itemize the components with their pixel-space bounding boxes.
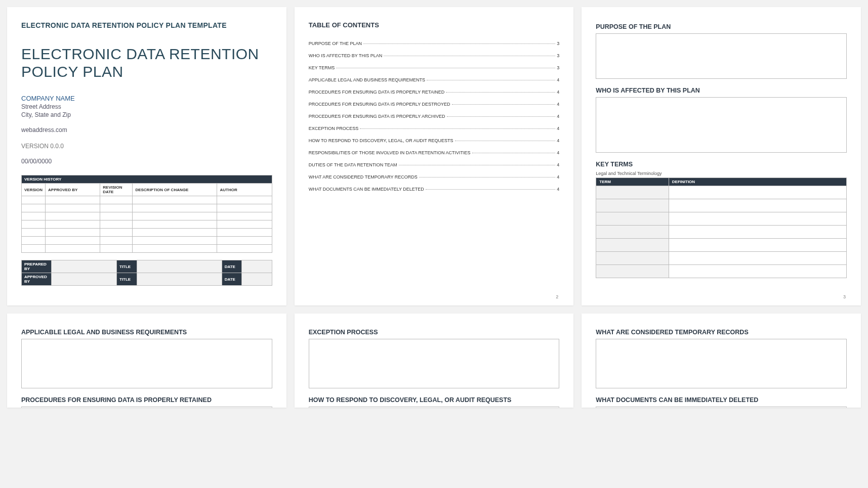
vh-row (22, 212, 272, 220)
toc-page: 4 (557, 77, 559, 82)
toc-label: PURPOSE OF THE PLAN (309, 41, 362, 46)
street-address: Street Address (21, 103, 272, 110)
date-line: 00/00/0000 (21, 158, 272, 165)
toc-item: PROCEDURES FOR ENSURING DATA IS PROPERLY… (309, 102, 560, 107)
box-discovery (309, 407, 560, 408)
heading-key-terms: KEY TERMS (596, 161, 847, 168)
signature-table: PREPARED BY TITLE DATE APPROVED BY TITLE… (21, 260, 272, 286)
page-6: WHAT ARE CONSIDERED TEMPORARY RECORDS WH… (582, 314, 861, 408)
page-number: 2 (556, 294, 558, 299)
toc-page: 3 (557, 53, 559, 58)
sig-title-val-1 (137, 260, 222, 273)
city-line: City, State and Zip (21, 111, 272, 118)
vh-row (22, 245, 272, 253)
terms-row (596, 226, 847, 239)
toc-label: KEY TERMS (309, 65, 335, 70)
toc-list: PURPOSE OF THE PLAN3WHO IS AFFECTED BY T… (309, 41, 560, 192)
sig-date-label-1: DATE (222, 260, 242, 273)
box-temporary (596, 339, 847, 388)
toc-heading: TABLE OF CONTENTS (309, 21, 560, 29)
toc-item: DUTIES OF THE DATA RETENTION TEAM4 (309, 162, 560, 167)
sig-prepared-val (52, 260, 117, 273)
main-title: ELECTRONIC DATA RETENTION POLICY PLAN (21, 46, 272, 80)
heading-exception: EXCEPTION PROCESS (309, 329, 560, 336)
vh-row (22, 229, 272, 237)
toc-item: PROCEDURES FOR ENSURING DATA IS PROPERLY… (309, 90, 560, 95)
toc-item: WHAT ARE CONSIDERED TEMPORARY RECORDS4 (309, 174, 560, 180)
toc-item: PURPOSE OF THE PLAN3 (309, 41, 560, 46)
terms-col-term: TERM (596, 178, 669, 186)
toc-label: EXCEPTION PROCESS (309, 126, 359, 131)
web-address: webaddress.com (21, 126, 272, 134)
heading-legal-req: APPLICABLE LEGAL AND BUSINESS REQUIREMEN… (21, 329, 272, 336)
toc-dots (446, 92, 555, 93)
terms-row (596, 252, 847, 265)
terms-row (596, 212, 847, 226)
sig-date-label-2: DATE (222, 273, 242, 286)
key-terms-subcaption: Legal and Technical Terminology (596, 171, 847, 176)
toc-label: APPLICABLE LEGAL AND BUSINESS REQUIREMEN… (309, 77, 425, 82)
toc-label: WHAT ARE CONSIDERED TEMPORARY RECORDS (309, 174, 418, 180)
toc-label: HOW TO RESPOND TO DISCOVERY, LEGAL, OR A… (309, 138, 453, 143)
heading-discovery: HOW TO RESPOND TO DISCOVERY, LEGAL, OR A… (309, 396, 560, 404)
toc-item: APPLICABLE LEGAL AND BUSINESS REQUIREMEN… (309, 77, 560, 82)
toc-item: EXCEPTION PROCESS4 (309, 126, 560, 131)
sig-title-val-2 (137, 273, 222, 286)
toc-dots (427, 80, 555, 80)
toc-dots (452, 104, 556, 105)
toc-item: RESPONSIBILITIES OF THOSE INVOLVED IN DA… (309, 150, 560, 155)
terms-row (596, 186, 847, 199)
box-purpose (596, 33, 847, 79)
toc-dots (360, 128, 555, 129)
page-4: APPLICABLE LEGAL AND BUSINESS REQUIREMEN… (7, 314, 286, 408)
sig-approved-label: APPROVED BY (22, 273, 52, 286)
sig-prepared-label: PREPARED BY (22, 260, 52, 273)
heading-purpose: PURPOSE OF THE PLAN (596, 23, 847, 30)
toc-page: 4 (557, 150, 559, 155)
sig-title-label-1: TITLE (116, 260, 137, 273)
toc-page: 4 (557, 114, 559, 119)
toc-label: PROCEDURES FOR ENSURING DATA IS PROPERLY… (309, 114, 445, 119)
company-name: COMPANY NAME (21, 95, 272, 102)
box-affected (596, 97, 847, 153)
toc-label: DUTIES OF THE DATA RETENTION TEAM (309, 162, 397, 167)
toc-page: 4 (557, 102, 559, 107)
toc-dots (447, 116, 556, 117)
toc-dots (399, 165, 556, 165)
heading-temporary: WHAT ARE CONSIDERED TEMPORARY RECORDS (596, 329, 847, 336)
vh-col-approved: APPROVED BY (46, 184, 100, 196)
key-terms-table: TERM DEFINITION (596, 178, 847, 278)
toc-page: 4 (557, 90, 559, 95)
toc-dots (455, 141, 556, 141)
toc-item: KEY TERMS3 (309, 65, 560, 70)
vh-title: VERSION HISTORY (22, 175, 272, 184)
toc-page: 3 (557, 65, 559, 70)
toc-page: 4 (557, 138, 559, 143)
toc-dots (363, 43, 555, 44)
toc-label: RESPONSIBILITIES OF THOSE INVOLVED IN DA… (309, 150, 471, 155)
pages-grid: ELECTRONIC DATA RETENTION POLICY PLAN TE… (7, 7, 861, 408)
page-1: ELECTRONIC DATA RETENTION POLICY PLAN TE… (7, 7, 286, 305)
version-history-table: VERSION HISTORY VERSION APPROVED BY REVI… (21, 175, 272, 253)
vh-row (22, 204, 272, 212)
toc-label: PROCEDURES FOR ENSURING DATA IS PROPERLY… (309, 90, 445, 95)
toc-label: WHO IS AFFECTED BY THIS PLAN (309, 53, 383, 58)
page-5: EXCEPTION PROCESS HOW TO RESPOND TO DISC… (295, 314, 574, 408)
toc-item: PROCEDURES FOR ENSURING DATA IS PROPERLY… (309, 114, 560, 119)
heading-affected: WHO IS AFFECTED BY THIS PLAN (596, 87, 847, 94)
heading-retained: PROCEDURES FOR ENSURING DATA IS PROPERLY… (21, 396, 272, 404)
toc-item: HOW TO RESPOND TO DISCOVERY, LEGAL, OR A… (309, 138, 560, 143)
vh-col-author: AUTHOR (217, 184, 272, 196)
sig-approved-val (52, 273, 117, 286)
toc-label: WHAT DOCUMENTS CAN BE IMMEDIATELY DELETE… (309, 187, 424, 192)
page-3: PURPOSE OF THE PLAN WHO IS AFFECTED BY T… (582, 7, 861, 305)
toc-page: 4 (557, 126, 559, 131)
version-line: VERSION 0.0.0 (21, 143, 272, 150)
toc-page: 4 (557, 174, 559, 180)
vh-row (22, 220, 272, 229)
vh-col-version: VERSION (22, 184, 46, 196)
terms-col-def: DEFINITION (669, 178, 846, 186)
vh-col-desc: DESCRIPTION OF CHANGE (133, 184, 217, 196)
page-2: TABLE OF CONTENTS PURPOSE OF THE PLAN3WH… (295, 7, 574, 305)
vh-col-revdate: REVISION DATE (100, 184, 133, 196)
